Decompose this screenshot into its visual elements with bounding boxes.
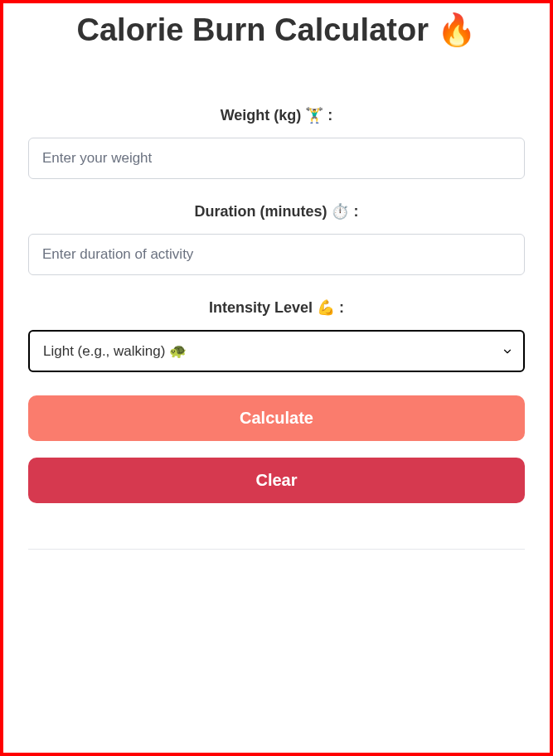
weight-input[interactable]	[28, 138, 525, 179]
intensity-select[interactable]: Light (e.g., walking) 🐢	[28, 330, 525, 372]
divider	[28, 549, 525, 550]
calculate-button[interactable]: Calculate	[28, 395, 525, 441]
intensity-label: Intensity Level 💪 :	[28, 298, 525, 317]
page-title: Calorie Burn Calculator 🔥	[28, 12, 525, 48]
duration-group: Duration (minutes) ⏱️ :	[28, 202, 525, 275]
duration-label: Duration (minutes) ⏱️ :	[28, 202, 525, 220]
weight-group: Weight (kg) 🏋️‍♂️ :	[28, 106, 525, 179]
duration-input[interactable]	[28, 234, 525, 275]
weight-label: Weight (kg) 🏋️‍♂️ :	[28, 106, 525, 124]
intensity-group: Intensity Level 💪 : Light (e.g., walking…	[28, 298, 525, 372]
clear-button[interactable]: Clear	[28, 458, 525, 503]
